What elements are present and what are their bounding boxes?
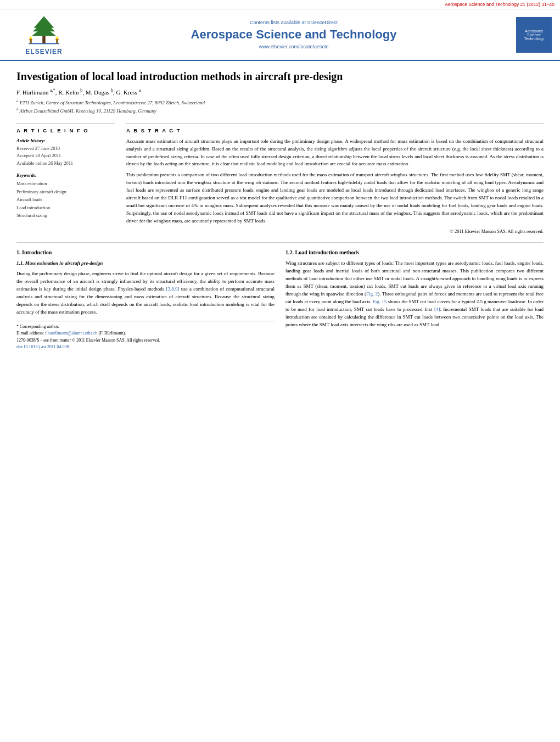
affiliations: a ETH Zurich, Centre of Structure Techno… [16, 98, 544, 115]
history-label: Article history: [16, 138, 115, 143]
article-title: Investigation of local load introduction… [16, 69, 544, 83]
svg-marker-7 [29, 36, 32, 40]
section-1-2-heading: 1.2. Load introduction methods [285, 248, 544, 257]
ref-link-389[interactable]: [3,8,9] [166, 286, 179, 292]
journal-badge: Aerospace Science Technology [516, 17, 552, 53]
svg-rect-0 [29, 43, 59, 44]
main-content: Investigation of local load introduction… [0, 61, 560, 359]
section-divider [16, 242, 544, 243]
sciencedirect-label[interactable]: ScienceDirect [307, 20, 338, 25]
email-link[interactable]: f.huerlimann@alumni.ethz.ch [45, 331, 98, 336]
elsevier-tree-icon [22, 14, 66, 47]
svg-marker-10 [55, 36, 59, 40]
abstract-paragraph-1: Accurate mass estimation of aircraft str… [126, 138, 544, 169]
ref4-link[interactable]: [4] [434, 306, 440, 312]
abstract-text: Accurate mass estimation of aircraft str… [126, 138, 544, 225]
keywords-list: Mass estimation Preliminary aircraft des… [16, 180, 115, 219]
authors-line: F. Hürlimann a,*, R. Kelm b, M. Dugas b,… [16, 88, 544, 96]
body-col-right: 1.2. Load introduction methods Wing stru… [285, 248, 544, 351]
footer-issn: 1270-9638/$ – see front matter © 2011 El… [16, 337, 275, 344]
article-info-heading: A R T I C L E I N F O [16, 127, 115, 133]
svg-rect-1 [42, 35, 46, 43]
fig15-link[interactable]: Fig. 15 [373, 299, 387, 304]
page-header: ELSEVIER Contents lists available at Sci… [0, 9, 560, 61]
journal-bar: Aerospace Science and Technology 21 (201… [0, 0, 560, 9]
elsevier-wordmark: ELSEVIER [25, 48, 62, 55]
affiliation-b: Airbus Deutschland GmbH, Kreetslag 10, 2… [20, 108, 156, 114]
corresponding-author-note: * Corresponding author. E-mail address: … [16, 321, 275, 351]
subsection-1-1-title: 1.1. Mass estimation in aircraft pre-des… [16, 260, 275, 267]
section-1-heading: 1. Introduction [16, 248, 275, 257]
corresponding-star-note: * Corresponding author. [16, 323, 275, 330]
section-1-2-text: Wing structures are subject to different… [285, 260, 544, 328]
abstract-paragraph-2: This publication presents a comparison o… [126, 171, 544, 225]
journal-title: Aerospace Science and Technology [80, 27, 508, 42]
article-info-panel: A R T I C L E I N F O Article history: R… [16, 124, 115, 234]
footer-doi[interactable]: doi:10.1016/j.ast.2011.04.008 [16, 344, 275, 350]
journal-url[interactable]: www.elsevier.com/locate/aescte [80, 44, 508, 49]
article-dates: Received 27 June 2010 Accepted 28 April … [16, 145, 115, 168]
affiliation-a: ETH Zurich, Centre of Structure Technolo… [20, 100, 205, 105]
body-columns: 1. Introduction 1.1. Mass estimation in … [16, 248, 544, 351]
body-col-left: 1. Introduction 1.1. Mass estimation in … [16, 248, 275, 351]
abstract-panel: A B S T R A C T Accurate mass estimation… [126, 124, 544, 234]
journal-badge-section: Aerospace Science Technology [508, 17, 552, 53]
sciencedirect-link[interactable]: Contents lists available at ScienceDirec… [80, 20, 508, 25]
elsevier-logo-section: ELSEVIER [8, 14, 80, 55]
journal-header-center: Contents lists available at ScienceDirec… [80, 20, 508, 49]
abstract-heading: A B S T R A C T [126, 127, 544, 133]
subsection-1-1-text: During the preliminary design phase, eng… [16, 270, 275, 316]
fig2-link[interactable]: Fig. 2 [366, 291, 378, 297]
keywords-label: Keywords: [16, 172, 115, 178]
article-info-abstract: A R T I C L E I N F O Article history: R… [16, 124, 544, 234]
email-line: E-mail address: f.huerlimann@alumni.ethz… [16, 330, 275, 337]
copyright-notice: © 2011 Elsevier Masson SAS. All rights r… [126, 228, 544, 234]
